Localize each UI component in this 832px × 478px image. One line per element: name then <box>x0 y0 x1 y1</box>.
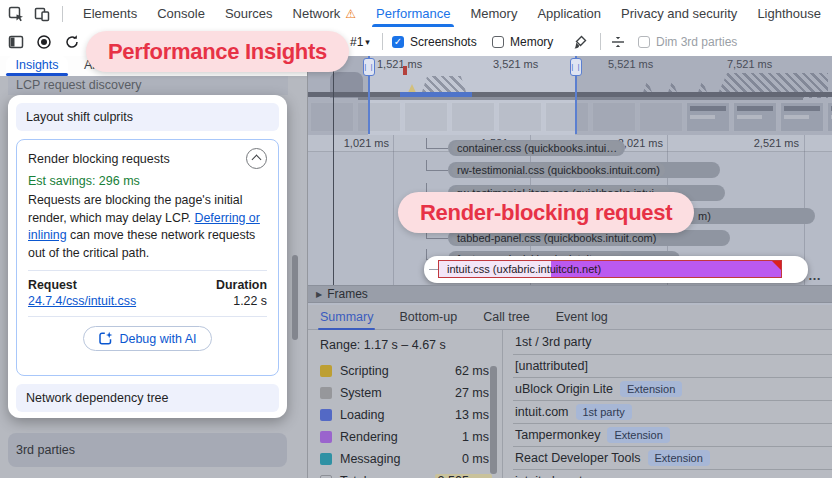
details-tab-label: Summary <box>320 310 373 324</box>
frames-track-label: Frames <box>327 287 368 301</box>
devtools-tab-label: Sources <box>225 6 273 21</box>
legend-value: 27 ms <box>452 386 492 400</box>
details-tab-label: Event log <box>556 310 608 324</box>
party-row[interactable]: intuitcdn.net <box>513 469 832 478</box>
filmstrip-frame[interactable] <box>451 102 495 132</box>
devtools-tab-label: Lighthouse <box>757 6 821 21</box>
legend-row: Messaging 0 ms <box>320 448 492 470</box>
network-request-row[interactable]: rw-testimonial.css (quickbooks.intuit.co… <box>308 161 832 181</box>
devtools-tab-label: Performance <box>376 6 450 21</box>
party-row[interactable]: React Developer Tools Extension <box>513 446 832 469</box>
window-handle-left[interactable]: | | <box>363 58 375 76</box>
reload-record-icon[interactable] <box>64 27 80 56</box>
clear-brush-icon[interactable] <box>572 27 588 56</box>
legend-value: 0 ms <box>459 452 492 466</box>
sidebar-item-3rd-parties[interactable]: 3rd parties <box>8 433 287 467</box>
legend-value: 1 ms <box>459 430 492 444</box>
recording-label: #1 <box>350 35 363 49</box>
devtools-tab[interactable]: Performance <box>366 0 460 27</box>
duration-column-header: Duration <box>216 278 267 292</box>
request-url-link[interactable]: 24.7.4/css/intuit.css <box>28 294 136 308</box>
overview-dim-right <box>575 56 832 135</box>
annotation-performance-insights: Performance Insights <box>86 31 349 72</box>
legend-label: Scripting <box>340 364 389 378</box>
devtools-tab[interactable]: Privacy and security <box>611 0 747 27</box>
details-tabbar: Summary Bottom-up Call tree Event log <box>308 305 832 330</box>
devtools-tabbar: Elements Console Sources Network ⚠ <box>0 0 832 28</box>
inspect-element-icon[interactable] <box>8 6 24 22</box>
party-name: uBlock Origin Lite <box>515 382 613 396</box>
network-request-label: m) <box>698 209 711 223</box>
insights-spotlight-card: Layout shift culprits Render blocking re… <box>8 95 287 418</box>
details-tab[interactable]: Call tree <box>483 310 530 324</box>
legend-row: Loading 13 ms <box>320 404 492 426</box>
render-blocking-requests-card: Render blocking requests Est savings: 29… <box>16 139 279 376</box>
devtools-tab-label: Privacy and security <box>621 6 737 21</box>
devtools-tab[interactable]: Console <box>147 0 215 27</box>
toolbar-divider <box>382 33 383 50</box>
frames-track-header[interactable]: ▶ Frames <box>308 285 832 303</box>
window-handle-right[interactable]: | | <box>570 58 582 76</box>
summary-scrollbar[interactable] <box>490 366 497 474</box>
filmstrip-frame[interactable] <box>498 102 542 132</box>
more-rows-indicator[interactable]: … <box>808 268 822 283</box>
highlighted-request-bar[interactable]: intuit.css (uxfabric.intuitcdn.net) <box>438 260 782 278</box>
party-row[interactable]: intuit.com 1st party <box>513 400 832 423</box>
legend-swatch <box>320 387 332 399</box>
render-blocking-spotlight: intuit.css (uxfabric.intuitcdn.net) <box>424 256 808 283</box>
legend-value: 62 ms <box>452 364 492 378</box>
recording-selector[interactable]: #1 ▾ <box>350 27 370 56</box>
insights-sidebar: Insights Ann LCP request discovery Layou… <box>0 56 308 478</box>
devtools-tab[interactable]: Elements <box>73 0 147 27</box>
devtools-tab[interactable]: Sources <box>215 0 283 27</box>
sidebar-scrollbar[interactable] <box>292 255 298 340</box>
legend-label: Rendering <box>340 430 398 444</box>
devtools-tab-label: Application <box>537 6 601 21</box>
debug-with-ai-label: Debug with AI <box>119 332 196 346</box>
sidebar-item-lcp-request-discovery[interactable]: LCP request discovery <box>8 76 288 95</box>
sidebar-item-network-dependency-tree[interactable]: Network dependency tree <box>16 384 279 412</box>
record-button[interactable] <box>36 27 52 56</box>
party-row[interactable]: [unattributed] <box>513 354 832 377</box>
expand-frames-icon[interactable]: ▶ <box>316 290 322 299</box>
toggle-sidebar-icon[interactable] <box>8 27 25 56</box>
legend-row: System 27 ms <box>320 382 492 404</box>
screenshots-checkbox[interactable]: ✓ Screenshots <box>392 27 477 56</box>
legend-swatch <box>320 365 332 377</box>
tabbar-divider <box>62 6 63 22</box>
timeline-overview[interactable]: 1,521 ms3,521 ms5,521 ms7,521 ms | | | | <box>308 56 832 135</box>
details-tab[interactable]: Event log <box>556 310 608 324</box>
party-column: 1st / 3rd party [unattributed] uBlock Or… <box>513 330 832 478</box>
collapse-insight-icon[interactable] <box>246 148 267 169</box>
lcp-marker <box>403 66 407 75</box>
network-request-row[interactable]: container.css (quickbooks.intui… <box>308 139 832 159</box>
render-blocking-title: Render blocking requests <box>28 152 170 166</box>
chevron-down-icon: ▾ <box>365 37 370 47</box>
memory-checkbox[interactable]: Memory <box>492 27 553 56</box>
legend-value: 13 ms <box>452 408 492 422</box>
debug-with-ai-button[interactable]: Debug with AI <box>83 326 211 351</box>
dim-3rd-parties-checkbox[interactable]: Dim 3rd parties <box>638 27 737 56</box>
devtools-tab[interactable]: Application <box>527 0 611 27</box>
filmstrip-frame[interactable] <box>404 102 448 132</box>
dim-3rd-parties-label: Dim 3rd parties <box>656 35 737 49</box>
est-savings-label: Est savings: 296 ms <box>28 174 267 188</box>
collapse-tracks-icon[interactable] <box>610 27 626 56</box>
devtools-tab[interactable]: Network ⚠ <box>283 0 366 27</box>
party-row[interactable]: uBlock Origin Lite Extension <box>513 377 832 400</box>
party-row[interactable]: Tampermonkey Extension <box>513 423 832 446</box>
details-tab[interactable]: Summary <box>320 310 373 324</box>
network-request-label: tabbed-panel.css (quickbooks.intuit.com) <box>452 231 661 245</box>
memory-label: Memory <box>510 35 553 49</box>
sidebar-item-layout-shift-culprits[interactable]: Layout shift culprits <box>16 103 279 131</box>
legend-row: Rendering 1 ms <box>320 426 492 448</box>
party-name: intuit.com <box>515 405 569 419</box>
devtools-tab[interactable]: Lighthouse <box>747 0 831 27</box>
device-toolbar-icon[interactable] <box>34 6 50 22</box>
details-tab-label: Bottom-up <box>399 310 457 324</box>
legend-label: System <box>340 386 382 400</box>
checkbox-disabled-icon <box>638 36 650 48</box>
details-tab[interactable]: Bottom-up <box>399 310 457 324</box>
devtools-tab[interactable]: Memory <box>460 0 527 27</box>
summary-panel: Range: 1.17 s – 4.67 s Scripting 62 ms S… <box>308 330 832 478</box>
